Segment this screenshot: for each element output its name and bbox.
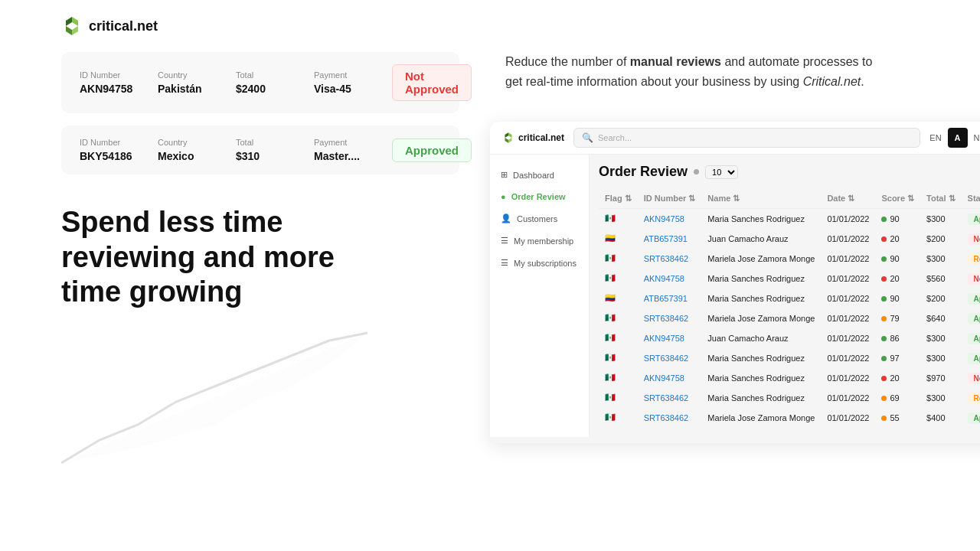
sidebar-label-subscriptions: My subscriptions xyxy=(514,259,577,268)
cell-name: Maria Sanches Rodriguez xyxy=(701,368,821,388)
col-date[interactable]: Date ⇅ xyxy=(821,189,875,209)
table-row[interactable]: 🇲🇽 AKN94758 Maria Sanches Rodriguez 01/0… xyxy=(599,368,980,388)
svg-marker-2 xyxy=(66,26,72,35)
table-row[interactable]: 🇲🇽 AKN94758 Juan Camacho Arauz 01/01/202… xyxy=(599,328,980,348)
cell-status: Approved xyxy=(962,209,980,229)
cell-date: 01/01/2022 xyxy=(821,308,875,328)
sidebar-item-membership[interactable]: ☰ My membership xyxy=(490,230,589,252)
chart-svg xyxy=(61,325,368,478)
cell-id: AKN94758 xyxy=(638,328,702,348)
card1-total-field: Total $2400 xyxy=(236,70,289,95)
cell-id: AKN94758 xyxy=(638,209,702,229)
logo: critical.net xyxy=(61,15,158,37)
col-id[interactable]: ID Number ⇅ xyxy=(638,189,702,209)
svg-marker-3 xyxy=(72,26,78,35)
cell-name: Maria Sanches Rodriguez xyxy=(701,209,821,229)
cell-score: 69 xyxy=(875,388,920,408)
cell-score: 20 xyxy=(875,269,920,289)
app-page-title-row: Order Review 10 25 50 xyxy=(599,164,980,180)
cell-flag: 🇲🇽 xyxy=(599,368,638,388)
status-badge: Approved xyxy=(968,293,980,305)
cell-id: SRT638462 xyxy=(638,249,702,269)
table-row[interactable]: 🇲🇽 SRT638462 Maria Sanches Rodriguez 01/… xyxy=(599,348,980,368)
cell-id: SRT638462 xyxy=(638,388,702,408)
left-column: ID Number AKN94758 Country Pakistán Tota… xyxy=(61,52,459,481)
cell-date: 01/01/2022 xyxy=(821,289,875,308)
app-sidebar: ⊞ Dashboard ● Order Review 👤 Customers ☰… xyxy=(490,155,590,437)
table-row[interactable]: 🇲🇽 SRT638462 Mariela Jose Zamora Monge 0… xyxy=(599,308,980,328)
logo-text: critical.net xyxy=(89,18,158,34)
sidebar-label-order-review: Order Review xyxy=(511,192,566,201)
cell-score: 97 xyxy=(875,348,920,368)
table-row[interactable]: 🇲🇽 SRT638462 Mariela Jose Zamora Monge 0… xyxy=(599,249,980,269)
sidebar-label-customers: Customers xyxy=(517,214,557,223)
table-row[interactable]: 🇲🇽 SRT638462 Mariela Jose Zamora Monge 0… xyxy=(599,408,980,428)
card2-id-label: ID Number xyxy=(80,138,133,147)
card2-status-badge: Approved xyxy=(392,139,472,162)
card1-country-field: Country Pakistán xyxy=(158,70,211,95)
cell-date: 01/01/2022 xyxy=(821,229,875,249)
cell-flag: 🇲🇽 xyxy=(599,249,638,269)
sidebar-item-customers[interactable]: 👤 Customers xyxy=(490,207,589,230)
svg-marker-4 xyxy=(508,132,512,138)
table-row[interactable]: 🇲🇽 AKN94758 Maria Sanches Rodriguez 01/0… xyxy=(599,269,980,289)
col-score[interactable]: Score ⇅ xyxy=(875,189,920,209)
cell-date: 01/01/2022 xyxy=(821,348,875,368)
col-flag[interactable]: Flag ⇅ xyxy=(599,189,638,209)
score-dot xyxy=(881,316,887,321)
page-title-text: Order Review xyxy=(599,164,688,180)
cell-status: Approved xyxy=(962,348,980,368)
sidebar-item-subscriptions[interactable]: ☰ My subscriptions xyxy=(490,252,589,274)
cell-name: Mariela Jose Zamora Monge xyxy=(701,249,821,269)
right-column: Reduce the number of manual reviews and … xyxy=(505,52,980,481)
card1-payment-field: Payment Visa-45 xyxy=(314,70,368,95)
user-name-text: Nam... xyxy=(974,133,980,142)
app-main-content: Order Review 10 25 50 Flag ⇅ ID Numb xyxy=(590,155,980,437)
cell-name: Maria Sanches Rodriguez xyxy=(701,269,821,289)
table-row[interactable]: 🇲🇽 AKN94758 Maria Sanches Rodriguez 01/0… xyxy=(599,209,980,229)
table-row[interactable]: 🇨🇴 ATB657391 Maria Sanches Rodriguez 01/… xyxy=(599,289,980,308)
score-dot xyxy=(881,416,887,421)
score-dot xyxy=(881,276,887,282)
status-badge: Approved xyxy=(968,214,980,225)
cell-total: $300 xyxy=(920,328,962,348)
col-status[interactable]: Status ⇅ xyxy=(962,189,980,209)
card2-total-field: Total $310 xyxy=(236,138,289,162)
score-dot xyxy=(881,336,887,341)
main-layout: ID Number AKN94758 Country Pakistán Tota… xyxy=(0,52,980,481)
status-badge: Approved xyxy=(968,313,980,324)
sidebar-item-order-review[interactable]: ● Order Review xyxy=(490,186,589,207)
status-badge: Not Approved xyxy=(968,273,980,285)
cell-id: SRT638462 xyxy=(638,348,702,368)
app-search-bar[interactable]: 🔍 Search... xyxy=(573,128,920,148)
cell-id: AKN94758 xyxy=(638,368,702,388)
cell-score: 90 xyxy=(875,249,920,269)
card1-id-value: AKN94758 xyxy=(80,83,133,95)
app-top-right: EN A Nam... xyxy=(929,128,980,148)
cell-date: 01/01/2022 xyxy=(821,249,875,269)
svg-marker-6 xyxy=(505,138,508,143)
cell-flag: 🇲🇽 xyxy=(599,209,638,229)
highlight-text: manual reviews xyxy=(630,55,721,68)
score-dot xyxy=(881,217,887,222)
brand-name: Critical.net xyxy=(803,75,861,88)
table-row[interactable]: 🇲🇽 SRT638462 Maria Sanches Rodriguez 01/… xyxy=(599,388,980,408)
col-name[interactable]: Name ⇅ xyxy=(701,189,821,209)
title-dot xyxy=(694,169,699,174)
card2-payment-field: Payment Master.... xyxy=(314,138,368,162)
cell-id: SRT638462 xyxy=(638,308,702,328)
search-placeholder-text: Search... xyxy=(598,133,632,142)
col-total[interactable]: Total ⇅ xyxy=(920,189,962,209)
cell-total: $300 xyxy=(920,388,962,408)
table-row[interactable]: 🇨🇴 ATB657391 Juan Camacho Arauz 01/01/20… xyxy=(599,229,980,249)
grid-icon: ⊞ xyxy=(501,170,508,180)
cell-status: Review xyxy=(962,388,980,408)
order-review-table: Flag ⇅ ID Number ⇅ Name ⇅ Date ⇅ Score ⇅… xyxy=(599,189,980,428)
cell-total: $300 xyxy=(920,249,962,269)
card2-country-value: Mexico xyxy=(158,150,211,162)
cell-name: Maria Sanches Rodriguez xyxy=(701,388,821,408)
cell-total: $560 xyxy=(920,269,962,289)
sidebar-item-dashboard[interactable]: ⊞ Dashboard xyxy=(490,164,589,186)
cell-score: 20 xyxy=(875,229,920,249)
count-select[interactable]: 10 25 50 xyxy=(705,165,738,179)
